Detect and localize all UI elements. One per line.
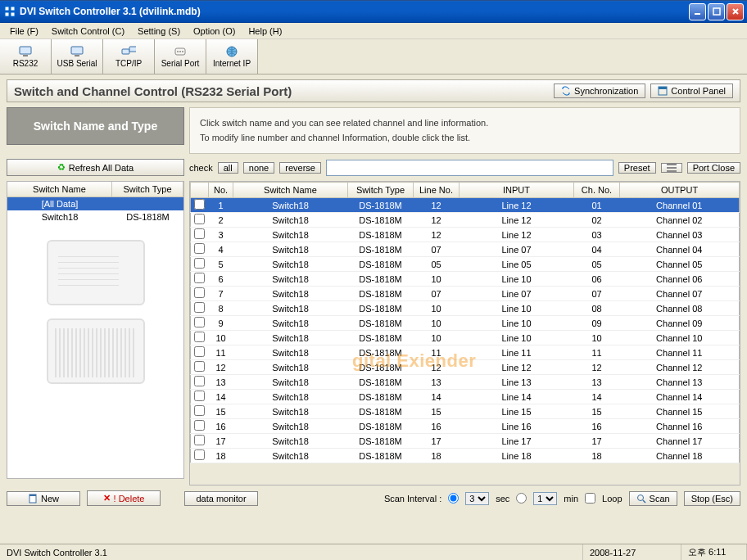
minimize-button[interactable] <box>689 3 706 20</box>
col-output[interactable]: OUTPUT <box>620 183 740 198</box>
control-panel-button[interactable]: Control Panel <box>650 84 733 98</box>
data-monitor-button[interactable]: data monitor <box>184 491 258 506</box>
col-ch-no[interactable]: Ch. No. <box>574 183 620 198</box>
row-checkbox[interactable] <box>194 449 205 460</box>
row-checkbox[interactable] <box>194 228 205 239</box>
row-checkbox[interactable] <box>194 391 205 401</box>
preset-icon-button[interactable] <box>661 163 682 173</box>
row-checkbox[interactable] <box>194 273 205 283</box>
interval-sec-radio[interactable] <box>448 493 459 504</box>
switch-list-row[interactable]: Switch18DS-1818M <box>7 210 183 224</box>
table-row[interactable]: 2Switch18DS-1818M12Line 1202Channel 02 <box>191 213 740 228</box>
col-switch-type[interactable]: Switch Type <box>112 182 183 196</box>
switch-list-row[interactable]: [All Data] <box>7 197 183 210</box>
refresh-all-button[interactable]: ♻ Refresh All Data <box>7 159 184 176</box>
interval-min-radio[interactable] <box>516 493 527 504</box>
cell-sn: Switch18 <box>233 449 348 463</box>
col-input[interactable]: INPUT <box>460 183 574 198</box>
loop-checkbox[interactable] <box>585 493 595 504</box>
table-row[interactable]: 12Switch18DS-1818M12Line 1212Channel 12 <box>191 360 740 375</box>
table-row[interactable]: 11Switch18DS-1818M11Line 1111Channel 11 <box>191 345 740 360</box>
table-row[interactable]: 17Switch18DS-1818M17Line 1717Channel 17 <box>191 434 740 449</box>
statusbar: DVI Switch Controller 3.1 2008-11-27 오후 … <box>0 544 747 560</box>
preset-button[interactable]: Preset <box>618 162 656 174</box>
new-button[interactable]: New <box>7 491 80 506</box>
toolbar-serial-port[interactable]: Serial Port <box>155 39 206 74</box>
table-row[interactable]: 3Switch18DS-1818M12Line 1203Channel 03 <box>191 228 740 242</box>
row-checkbox[interactable] <box>194 317 205 327</box>
menu-setting[interactable]: Setting (S) <box>131 25 187 38</box>
row-checkbox[interactable] <box>194 302 205 313</box>
row-checkbox[interactable] <box>194 243 205 254</box>
table-row[interactable]: 6Switch18DS-1818M10Line 1006Channel 06 <box>191 272 740 287</box>
table-row[interactable]: 5Switch18DS-1818M05Line 0505Channel 05 <box>191 257 740 272</box>
table-row[interactable]: 9Switch18DS-1818M10Line 1009Channel 09 <box>191 316 740 331</box>
col-switch-type[interactable]: Switch Type <box>348 183 414 198</box>
row-checkbox[interactable] <box>194 258 205 269</box>
row-checkbox[interactable] <box>194 199 205 210</box>
toolbar-usb-serial[interactable]: USB Serial <box>52 39 103 74</box>
table-row[interactable]: 7Switch18DS-1818M07Line 0707Channel 07 <box>191 287 740 301</box>
row-checkbox[interactable] <box>194 287 205 298</box>
row-checkbox[interactable] <box>194 420 205 431</box>
device-images <box>7 224 183 400</box>
table-row[interactable]: 8Switch18DS-1818M10Line 1008Channel 08 <box>191 301 740 316</box>
table-row[interactable]: 14Switch18DS-1818M14Line 1414Channel 14 <box>191 390 740 404</box>
interval-sec-select[interactable]: 3 <box>465 492 489 505</box>
sec-label: sec <box>496 494 509 504</box>
filter-input[interactable] <box>326 160 613 176</box>
row-checkbox[interactable] <box>194 332 205 342</box>
col-switch-name[interactable]: Switch Name <box>233 183 348 198</box>
stop-button[interactable]: Stop (Esc) <box>684 491 740 506</box>
toolbar-internet-ip[interactable]: Internet IP <box>206 39 258 74</box>
port-close-button[interactable]: Port Close <box>687 162 740 174</box>
cell-cn: 12 <box>574 360 620 375</box>
cell-no: 15 <box>209 404 233 419</box>
menu-option[interactable]: Option (O) <box>187 25 242 38</box>
row-checkbox[interactable] <box>194 361 205 372</box>
table-row[interactable]: 1Switch18DS-1818M12Line 1201Channel 01 <box>191 198 740 213</box>
menu-switch-control[interactable]: Switch Control (C) <box>45 25 131 38</box>
check-none-button[interactable]: none <box>243 162 274 174</box>
table-row[interactable]: 4Switch18DS-1818M07Line 0704Channel 04 <box>191 242 740 257</box>
col-line-no[interactable]: Line No. <box>414 183 460 198</box>
table-row[interactable]: 10Switch18DS-1818M10Line 1010Channel 10 <box>191 331 740 345</box>
interval-min-select[interactable]: 1 <box>533 492 557 505</box>
monitor-icon <box>18 45 33 58</box>
table-row[interactable]: 18Switch18DS-1818M18Line 1818Channel 18 <box>191 449 740 463</box>
cell-sn: Switch18 <box>233 272 348 287</box>
menu-help[interactable]: Help (H) <box>242 25 288 38</box>
row-checkbox[interactable] <box>194 214 205 224</box>
toolbar-tcpip[interactable]: TCP/IP <box>103 39 155 74</box>
check-label: check <box>189 163 213 173</box>
delete-button[interactable]: ✕ ! Delete <box>87 490 161 506</box>
check-reverse-button[interactable]: reverse <box>279 162 321 174</box>
cell-out: Channel 03 <box>620 228 740 242</box>
cell-st: DS-1818M <box>348 242 414 257</box>
table-row[interactable]: 15Switch18DS-1818M15Line 1515Channel 15 <box>191 404 740 419</box>
close-button[interactable] <box>727 3 744 20</box>
row-checkbox[interactable] <box>194 405 205 416</box>
check-all-button[interactable]: all <box>218 162 238 174</box>
synchronization-button[interactable]: Synchronization <box>554 84 645 98</box>
toolbar-label: RS232 <box>13 59 38 68</box>
row-checkbox[interactable] <box>194 346 205 357</box>
table-row[interactable]: 16Switch18DS-1818M16Line 1616Channel 16 <box>191 419 740 434</box>
scan-button[interactable]: Scan <box>629 491 677 506</box>
toolbar-rs232[interactable]: RS232 <box>0 39 52 74</box>
toolbar-label: TCP/IP <box>115 59 142 68</box>
cell-sn: Switch18 <box>233 390 348 404</box>
cell-in: Line 12 <box>460 198 574 213</box>
row-checkbox[interactable] <box>194 376 205 386</box>
dual-monitor-icon <box>121 45 136 58</box>
col-switch-name[interactable]: Switch Name <box>7 182 112 196</box>
table-row[interactable]: 13Switch18DS-1818M13Line 1313Channel 13 <box>191 375 740 390</box>
row-checkbox[interactable] <box>194 435 205 445</box>
cell-cn: 15 <box>574 404 620 419</box>
menu-file[interactable]: File (F) <box>3 25 45 38</box>
maximize-button[interactable] <box>708 3 725 20</box>
col-no[interactable]: No. <box>209 183 233 198</box>
switch-type-cell <box>112 199 183 209</box>
switch-list: Switch Name Switch Type [All Data]Switch… <box>7 181 184 479</box>
col-checkbox[interactable] <box>191 183 209 198</box>
